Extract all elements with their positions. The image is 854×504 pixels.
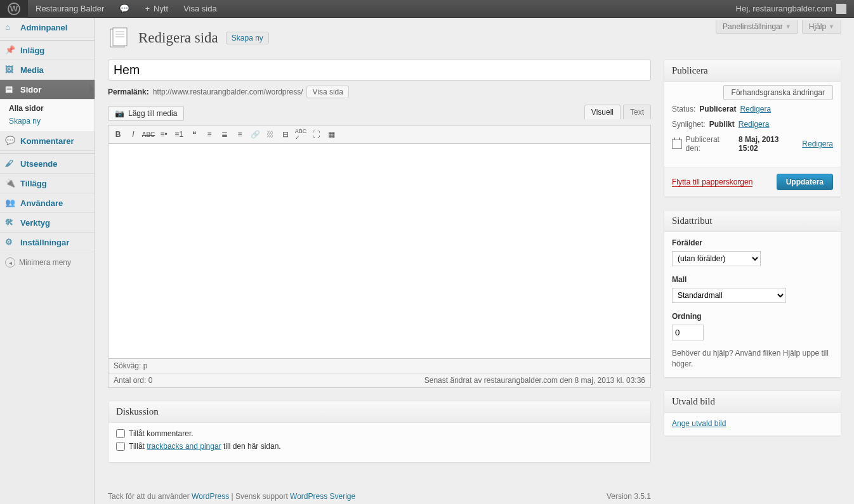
page-title: Redigera sida <box>138 30 218 46</box>
users-icon: 👥 <box>5 198 15 208</box>
bold-button[interactable]: B <box>111 127 125 141</box>
kitchensink-button[interactable]: ▦ <box>324 127 338 141</box>
ul-button[interactable]: ≡• <box>157 127 171 141</box>
align-right-button[interactable]: ≡ <box>233 127 247 141</box>
menu-settings[interactable]: ⚙Inställningar <box>0 233 95 252</box>
discussion-heading[interactable]: Diskussion <box>108 401 650 423</box>
parent-select[interactable]: (utan förälder) <box>672 251 761 266</box>
attributes-heading[interactable]: Sidattribut <box>664 210 841 232</box>
add-new-button[interactable]: Skapa ny <box>226 32 269 44</box>
new-content-menu[interactable]: +Nytt <box>137 0 176 18</box>
menu-appearance[interactable]: 🖌Utseende <box>0 153 95 174</box>
ol-button[interactable]: ≡1 <box>172 127 186 141</box>
editor-path: Sökväg: p <box>108 359 651 373</box>
account-menu[interactable]: Hej, restaurangbalder.com <box>728 0 854 18</box>
camera-icon: 📷 <box>115 109 124 118</box>
set-featured-link[interactable]: Ange utvald bild <box>672 419 726 428</box>
chevron-down-icon: ▼ <box>829 23 834 30</box>
avatar-icon <box>836 4 846 14</box>
new-label: Nytt <box>154 4 168 13</box>
view-page-label: Visa sida <box>183 4 217 13</box>
tools-icon: 🛠 <box>5 217 15 228</box>
wordpress-link[interactable]: WordPress <box>192 492 229 501</box>
attributes-box: Sidattribut Förälder (utan förälder) Mal… <box>664 210 841 378</box>
page-icon: ▤ <box>5 84 15 94</box>
strike-button[interactable]: ABC <box>141 127 155 141</box>
menu-pages-all[interactable]: Alla sidor <box>0 102 95 115</box>
wp-logo[interactable]: W <box>0 0 28 18</box>
site-name-label: Restaurang Balder <box>36 4 104 13</box>
edit-visibility-link[interactable]: Redigera <box>739 120 770 129</box>
comments-bubble[interactable]: 💬 <box>112 0 137 18</box>
align-left-button[interactable]: ≡ <box>202 127 216 141</box>
tab-text[interactable]: Text <box>623 105 651 119</box>
order-label: Ordning <box>672 312 833 321</box>
allow-trackbacks-option[interactable]: Tillåt trackbacks and pingar till den hä… <box>116 442 643 451</box>
content-editor[interactable] <box>108 143 651 359</box>
allow-comments-checkbox[interactable] <box>116 429 125 438</box>
trash-link[interactable]: Flytta till papperskorgen <box>672 178 752 187</box>
menu-users[interactable]: 👥Användare <box>0 193 95 213</box>
template-label: Mall <box>672 275 833 284</box>
admin-footer: Tack för att du använder WordPress | Sve… <box>108 482 651 504</box>
menu-tools[interactable]: 🛠Verktyg <box>0 213 95 233</box>
trackbacks-link[interactable]: trackbacks and pingar <box>147 442 221 451</box>
spellcheck-button[interactable]: ABC✓ <box>294 127 308 141</box>
appearance-icon: 🖌 <box>5 158 15 169</box>
edit-page-icon <box>108 27 131 49</box>
menu-pages[interactable]: ▤Sidor <box>0 80 95 100</box>
italic-button[interactable]: I <box>126 127 140 141</box>
edit-date-link[interactable]: Redigera <box>802 139 833 148</box>
screen-options-tab[interactable]: Panelinställningar▼ <box>716 20 798 34</box>
post-title-input[interactable] <box>108 60 651 81</box>
view-page-button[interactable]: Visa sida <box>306 86 348 98</box>
unlink-button[interactable]: ⛓ <box>263 127 277 141</box>
chevron-down-icon: ▼ <box>785 23 791 30</box>
preview-button[interactable]: Förhandsgranska ändringar <box>723 85 833 100</box>
wordpress-icon: W <box>8 3 20 15</box>
menu-dashboard[interactable]: ⌂Adminpanel <box>0 18 95 37</box>
more-button[interactable]: ⊟ <box>279 127 292 141</box>
admin-bar: W Restaurang Balder 💬 +Nytt Visa sida He… <box>0 0 854 18</box>
menu-media[interactable]: 🖼Media <box>0 60 95 80</box>
allow-trackbacks-checkbox[interactable] <box>116 442 125 451</box>
menu-pages-sub: Alla sidor Skapa ny <box>0 100 95 131</box>
help-tab[interactable]: Hjälp▼ <box>802 20 841 34</box>
admin-menu: ⌂Adminpanel 📌Inlägg 🖼Media ▤Sidor Alla s… <box>0 18 95 504</box>
greeting-label: Hej, restaurangbalder.com <box>736 4 832 13</box>
tab-visual[interactable]: Visuell <box>584 105 621 119</box>
align-center-button[interactable]: ≣ <box>218 127 232 141</box>
publish-heading[interactable]: Publicera <box>664 60 841 82</box>
menu-posts[interactable]: 📌Inlägg <box>0 40 95 60</box>
collapse-menu[interactable]: ◂Minimera meny <box>0 252 95 273</box>
featured-image-box: Utvald bild Ange utvald bild <box>664 391 841 436</box>
wordpress-sverige-link[interactable]: WordPress Sverige <box>290 492 355 501</box>
edit-status-link[interactable]: Redigera <box>740 105 771 113</box>
allow-comments-option[interactable]: Tillåt kommentarer. <box>116 429 643 438</box>
site-name-menu[interactable]: Restaurang Balder <box>28 0 112 18</box>
discussion-box: Diskussion Tillåt kommentarer. Tillåt tr… <box>108 401 651 463</box>
home-icon: ⌂ <box>5 22 15 32</box>
update-button[interactable]: Uppdatera <box>777 174 833 190</box>
fullscreen-button[interactable]: ⛶ <box>309 127 323 141</box>
menu-pages-new[interactable]: Skapa ny <box>0 115 95 127</box>
link-button[interactable]: 🔗 <box>248 127 262 141</box>
add-media-button[interactable]: 📷Lägg till media <box>108 106 184 121</box>
template-select[interactable]: Standardmall <box>672 288 786 303</box>
comment-icon: 💬 <box>119 4 129 13</box>
plus-icon: + <box>145 4 150 13</box>
comment-icon: 💬 <box>5 136 15 146</box>
content-area: Panelinställningar▼ Hjälp▼ Redigera sida… <box>95 18 854 504</box>
permalink-row: Permalänk: http://www.restaurangbalder.c… <box>108 86 651 98</box>
pin-icon: 📌 <box>5 45 15 55</box>
media-icon: 🖼 <box>5 65 15 75</box>
featured-heading[interactable]: Utvald bild <box>664 391 841 413</box>
order-input[interactable] <box>672 325 704 340</box>
view-page-link[interactable]: Visa sida <box>176 0 225 18</box>
permalink-label: Permalänk: <box>108 87 149 96</box>
publish-box: Publicera Förhandsgranska ändringar Stat… <box>664 60 841 197</box>
permalink-url: http://www.restaurangbalder.com/wordpres… <box>153 87 303 96</box>
quote-button[interactable]: ❝ <box>187 127 201 141</box>
menu-plugins[interactable]: 🔌Tillägg <box>0 174 95 193</box>
menu-comments[interactable]: 💬Kommentarer <box>0 131 95 151</box>
